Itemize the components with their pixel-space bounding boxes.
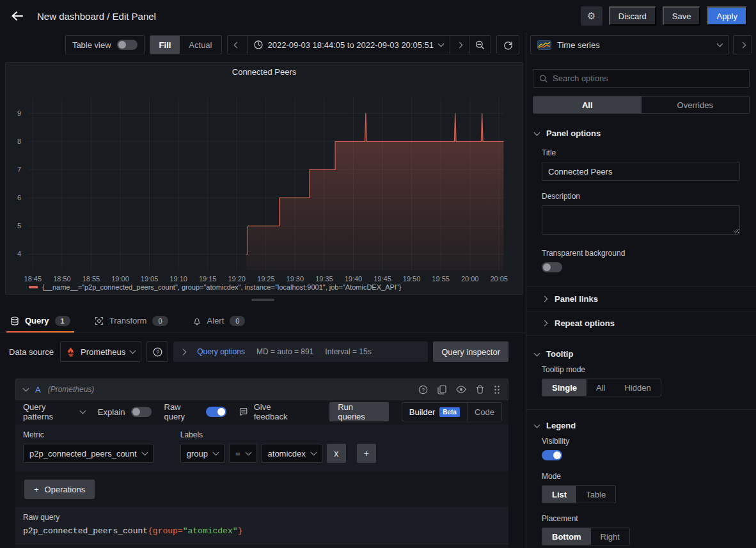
metric-field: Metric p2p_connected_peers_count	[23, 430, 154, 463]
metric-select[interactable]: p2p_connected_peers_count	[23, 444, 154, 463]
labels-field: Labels group = atomicdex	[180, 430, 376, 463]
query-patterns-dropdown[interactable]: Query patterns	[23, 402, 85, 421]
zoom-out-button[interactable]	[469, 36, 491, 54]
panel-settings-button[interactable]: ⚙	[581, 6, 602, 26]
tooltip-mode-all[interactable]: All	[587, 379, 615, 396]
add-label-button[interactable]: +	[357, 444, 376, 463]
drag-handle-icon[interactable]	[494, 385, 500, 395]
legend-mode-radio: List Table	[542, 485, 616, 503]
collapse-chevron-icon[interactable]	[23, 386, 29, 392]
transparent-background-label: Transparent background	[542, 249, 756, 258]
svg-text:19:45: 19:45	[374, 275, 391, 283]
fill-option[interactable]: Fill	[150, 36, 180, 54]
give-feedback-link[interactable]: Give feedback	[239, 402, 304, 421]
section-legend[interactable]: Legend	[526, 410, 756, 435]
section-panel-options[interactable]: Panel options	[526, 114, 756, 143]
svg-text:19:00: 19:00	[111, 275, 129, 283]
legend-mode-table[interactable]: Table	[576, 486, 615, 503]
duplicate-query-icon[interactable]	[437, 385, 446, 395]
legend-mode-list[interactable]: List	[542, 486, 576, 503]
promql-metric: p2p_connected_peers_count	[23, 526, 148, 536]
add-operation-button[interactable]: + Operations	[24, 480, 95, 499]
query-options-link[interactable]: Query options	[197, 347, 245, 356]
time-range-picker[interactable]: 2022-09-03 18:44:05 to 2022-09-03 20:05:…	[247, 36, 450, 54]
repeat-options-section[interactable]: Repeat options	[526, 311, 756, 335]
tab-transform[interactable]: Transform 0	[91, 309, 172, 333]
discard-button[interactable]: Discard	[609, 6, 656, 26]
panel-description-textarea[interactable]	[542, 205, 740, 235]
chevron-down-icon	[141, 450, 148, 456]
raw-query-toggle[interactable]	[206, 407, 226, 417]
svg-text:5: 5	[17, 222, 21, 230]
transparent-background-toggle[interactable]	[542, 262, 562, 272]
apply-button[interactable]: Apply	[707, 6, 747, 26]
query-row-header[interactable]: A (Prometheus) ?	[15, 379, 508, 400]
time-series-chart[interactable]: 45678918:4518:5018:5519:0019:0519:1019:1…	[6, 63, 524, 295]
tooltip-mode-hidden[interactable]: Hidden	[615, 379, 660, 396]
svg-text:19:35: 19:35	[315, 275, 333, 283]
panel-links-section[interactable]: Panel links	[526, 286, 756, 311]
back-button[interactable]	[6, 5, 28, 27]
refresh-group	[496, 35, 519, 54]
datasource-picker[interactable]: Prometheus	[60, 341, 141, 362]
builder-option[interactable]: Builder Beta	[402, 403, 467, 421]
run-queries-button[interactable]: Run queries	[329, 402, 389, 421]
query-options-footer[interactable]: Options Legend: Auto Format: Time series…	[15, 544, 508, 548]
visualization-name: Time series	[557, 40, 600, 50]
metric-value: p2p_connected_peers_count	[29, 449, 137, 458]
legend-placement-right[interactable]: Right	[591, 528, 629, 545]
raw-query-section-label: Raw query	[23, 513, 501, 522]
query-toolbar: Data source Prometheus ? Query options M…	[9, 341, 508, 362]
panel-title-input[interactable]	[542, 162, 740, 181]
operations-label: Operations	[45, 485, 86, 494]
remove-label-button[interactable]: x	[327, 444, 346, 463]
code-option[interactable]: Code	[467, 403, 501, 421]
interval-info: Interval = 15s	[325, 347, 371, 356]
time-shift-forward-button[interactable]	[450, 36, 469, 54]
tab-alert[interactable]: Alert 0	[189, 309, 249, 333]
options-search[interactable]	[533, 69, 750, 88]
tooltip-mode-single[interactable]: Single	[542, 379, 587, 396]
label-operator-select[interactable]: =	[229, 444, 257, 463]
explain-label: Explain	[98, 407, 125, 417]
section-tooltip[interactable]: Tooltip	[526, 336, 756, 364]
query-row-a: A (Prometheus) ?	[15, 379, 508, 548]
metric-labels-section: Metric p2p_connected_peers_count Labels …	[15, 425, 508, 471]
refresh-button[interactable]	[497, 36, 519, 54]
datasource-help-button[interactable]: ?	[146, 341, 168, 362]
panel-edit-toolbar: Table view Fill Actual 2022-09-03 18:44:…	[0, 33, 526, 56]
chevron-down-icon	[79, 408, 86, 414]
toggle-viz-picker-button[interactable]	[733, 35, 752, 54]
hide-response-eye-icon[interactable]	[456, 385, 466, 394]
promql-brace-close: }	[238, 526, 243, 536]
label-value-select[interactable]: atomicdex	[262, 444, 322, 463]
svg-text:19:10: 19:10	[169, 275, 187, 283]
explain-toggle[interactable]	[131, 407, 152, 417]
raw-query-section: Raw query p2p_connected_peers_count{grou…	[15, 507, 508, 544]
builder-code-segment: Builder Beta Code	[402, 402, 502, 421]
tab-query[interactable]: Query 1	[6, 309, 74, 333]
label-key-select[interactable]: group	[180, 444, 224, 463]
raw-query-label: Raw query	[164, 402, 201, 421]
legend-placement-bottom[interactable]: Bottom	[542, 528, 591, 545]
save-button[interactable]: Save	[663, 6, 701, 26]
table-view-toggle[interactable]	[117, 40, 138, 50]
chevron-down-icon	[534, 129, 540, 136]
delete-query-trash-icon[interactable]	[476, 385, 484, 394]
chart-legend[interactable]: {__name__="p2p_connected_peers_count", g…	[29, 283, 401, 291]
help-circle-icon[interactable]: ?	[418, 385, 428, 395]
tab-all[interactable]: All	[533, 97, 642, 113]
chevron-right-icon	[180, 348, 187, 355]
close-icon: x	[334, 448, 338, 458]
query-inspector-button[interactable]: Query inspector	[433, 341, 508, 362]
visualization-picker[interactable]: Time series	[530, 35, 729, 54]
panel-resize-handle[interactable]	[0, 299, 526, 309]
promql-brace-open: {	[148, 526, 153, 536]
time-picker-group: 2022-09-03 18:44:05 to 2022-09-03 20:05:…	[227, 35, 492, 54]
tab-overrides[interactable]: Overrides	[642, 97, 750, 113]
search-input[interactable]	[553, 74, 743, 83]
actual-option[interactable]: Actual	[180, 36, 221, 54]
time-shift-back-button[interactable]	[228, 36, 247, 54]
raw-query-switch-group: Raw query	[164, 402, 227, 421]
legend-visibility-toggle[interactable]	[542, 450, 562, 460]
